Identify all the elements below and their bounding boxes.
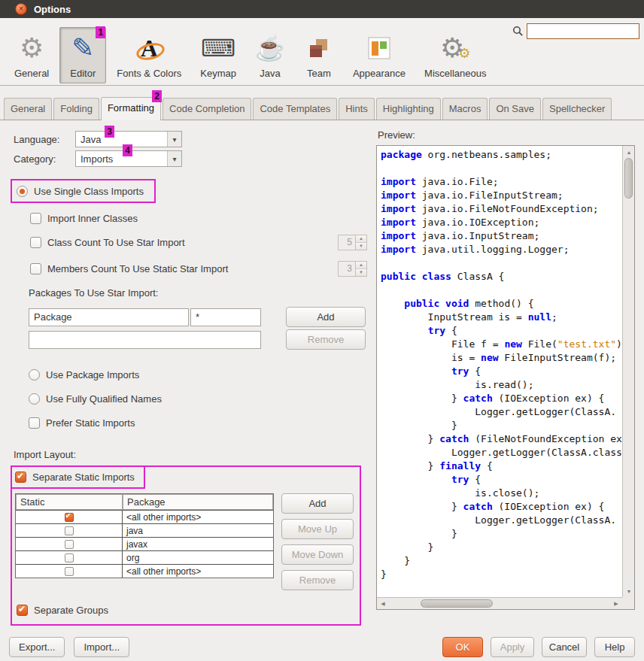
tab-general[interactable]: General: [4, 98, 52, 120]
formatting-tab-content: Language: Java ▾ 3 Category: Imports ▾ 4: [0, 120, 644, 633]
radio-use-fully-qualified-names[interactable]: Use Fully Qualified Names: [29, 390, 370, 407]
package-cell: java: [123, 524, 273, 537]
toolbar-item-appearance[interactable]: Appearance: [345, 27, 414, 83]
checkbox-separate-static-imports[interactable]: Separate Static Imports: [15, 468, 135, 485]
checkbox-icon[interactable]: [65, 526, 74, 535]
tab-folding[interactable]: Folding: [53, 98, 99, 120]
package-cell: javax: [123, 538, 273, 550]
radio-icon[interactable]: [29, 369, 40, 381]
spinner-down-icon[interactable]: ▼: [356, 269, 366, 276]
checkbox-icon[interactable]: [65, 567, 74, 576]
checkbox-icon[interactable]: [65, 513, 74, 522]
table-row[interactable]: javax: [16, 537, 273, 550]
table-row[interactable]: <all other imports>: [16, 564, 273, 578]
checkbox-icon[interactable]: [65, 553, 74, 562]
tab-macros[interactable]: Macros: [442, 98, 488, 120]
category-row: Category: Imports ▾ 4: [14, 149, 370, 168]
horizontal-scroll-thumb[interactable]: [421, 599, 493, 608]
vertical-scroll-thumb[interactable]: [624, 158, 633, 199]
tab-spellchecker[interactable]: Spellchecker: [542, 98, 612, 120]
tab-code-completion[interactable]: Code Completion: [163, 98, 251, 120]
star-pattern-field[interactable]: [190, 308, 261, 326]
checkbox-prefer-static-imports[interactable]: Prefer Static Imports: [29, 414, 370, 431]
layout-add-button[interactable]: Add: [281, 493, 354, 514]
export-button[interactable]: Export...: [9, 637, 65, 657]
import-layout-rows: <all other imports>javajavaxorg<all othe…: [16, 510, 273, 578]
members-count-spinner[interactable]: 3 ▲▼: [338, 261, 367, 277]
star-import-remove-button[interactable]: Remove: [286, 329, 366, 350]
apply-button[interactable]: Apply: [491, 637, 534, 657]
star-import-add-button[interactable]: Add: [286, 307, 366, 327]
toolbar: ⚙General✎Editor1AFonts & Colors⌨Keymap☕J…: [0, 18, 644, 86]
radio-use-single-class-imports[interactable]: Use Single Class Imports: [17, 183, 144, 199]
radio-use-package-imports[interactable]: Use Package Imports: [29, 366, 370, 383]
toolbar-item-label: Editor: [70, 68, 96, 79]
preview-editor: package org.netbeans.samples;import java…: [376, 145, 635, 610]
tab-on-save[interactable]: On Save: [489, 98, 541, 120]
import-button[interactable]: Import...: [74, 637, 129, 657]
checkbox-icon[interactable]: [29, 417, 40, 429]
appearance-icon: [364, 30, 394, 66]
import-layout-table: Static Package <all other imports>javaja…: [15, 493, 274, 578]
toolbar-item-miscellaneous[interactable]: ⚙⚙Miscellaneous: [416, 27, 494, 83]
toolbar-item-fonts-colors[interactable]: AFonts & Colors: [108, 27, 190, 83]
search-input[interactable]: [527, 23, 639, 39]
table-row[interactable]: <all other imports>: [16, 510, 273, 523]
ok-button[interactable]: OK: [442, 637, 483, 657]
vertical-scrollbar[interactable]: ▲ ▼: [622, 146, 634, 597]
checkbox-import-inner-classes[interactable]: Import Inner Classes: [30, 210, 370, 226]
layout-remove-button[interactable]: Remove: [281, 570, 354, 590]
toolbar-item-java[interactable]: ☕Java: [247, 27, 293, 83]
package-entry-field[interactable]: [29, 331, 261, 349]
package-header-field[interactable]: [29, 308, 189, 326]
window-title: Options: [34, 4, 71, 15]
checkbox-icon[interactable]: [15, 471, 26, 483]
spinner-up-icon[interactable]: ▲: [356, 262, 366, 269]
search-icon: [512, 26, 524, 37]
spinner-down-icon[interactable]: ▼: [356, 243, 366, 250]
checkbox-icon[interactable]: [17, 605, 28, 616]
toolbar-item-team[interactable]: Team: [296, 27, 342, 83]
scroll-left-icon[interactable]: ◀: [377, 598, 389, 610]
general-icon: ⚙: [17, 30, 47, 66]
layout-move-down-button[interactable]: Move Down: [281, 544, 354, 565]
table-header-static[interactable]: Static: [16, 494, 123, 510]
tab-code-templates[interactable]: Code Templates: [253, 98, 337, 120]
checkbox-separate-groups[interactable]: Separate Groups: [17, 602, 355, 618]
annotation-highlight-separate-static: Separate Static Imports: [11, 465, 145, 489]
scroll-up-icon[interactable]: ▲: [623, 146, 635, 158]
checkbox-icon[interactable]: [30, 213, 41, 224]
toolbar-item-general[interactable]: ⚙General: [6, 27, 57, 83]
horizontal-scrollbar[interactable]: ◀ ▶: [377, 597, 622, 609]
chevron-down-icon[interactable]: ▾: [167, 151, 181, 166]
close-icon: ×: [19, 5, 23, 13]
members-count-row: Members Count To Use Static Star Import …: [30, 259, 367, 278]
help-button[interactable]: Help: [594, 637, 635, 657]
table-header-package[interactable]: Package: [123, 494, 273, 510]
tab-formatting[interactable]: Formatting2: [101, 97, 161, 120]
scroll-right-icon[interactable]: ▶: [610, 598, 622, 610]
spinner-up-icon[interactable]: ▲: [356, 235, 366, 243]
radio-icon[interactable]: [29, 393, 40, 405]
chevron-down-icon[interactable]: ▾: [167, 132, 181, 147]
import-layout-label: Import Layout:: [14, 449, 370, 462]
tab-hints[interactable]: Hints: [339, 98, 375, 120]
table-row[interactable]: java: [16, 523, 273, 537]
layout-move-up-button[interactable]: Move Up: [281, 519, 354, 539]
cancel-button[interactable]: Cancel: [542, 637, 587, 657]
checkbox-icon[interactable]: [65, 540, 74, 549]
preview-panel: Preview: package org.netbeans.samples;im…: [370, 120, 644, 633]
toolbar-item-editor[interactable]: ✎Editor1: [59, 27, 106, 83]
category-combo[interactable]: Imports ▾ 4: [75, 150, 182, 167]
tab-highlighting[interactable]: Highlighting: [376, 98, 441, 120]
checkbox-icon[interactable]: [30, 237, 41, 248]
tabbar: GeneralFoldingFormatting2Code Completion…: [0, 86, 644, 120]
close-button[interactable]: ×: [15, 3, 27, 15]
checkbox-icon[interactable]: [30, 263, 41, 274]
radio-icon[interactable]: [17, 186, 28, 197]
scroll-down-icon[interactable]: ▼: [623, 585, 635, 597]
table-row[interactable]: org: [16, 550, 273, 564]
class-count-spinner[interactable]: 5 ▲▼: [338, 235, 367, 250]
annotation-highlight-import-layout: Separate Static Imports Static Package <…: [11, 465, 361, 626]
toolbar-item-keymap[interactable]: ⌨Keymap: [192, 27, 245, 83]
